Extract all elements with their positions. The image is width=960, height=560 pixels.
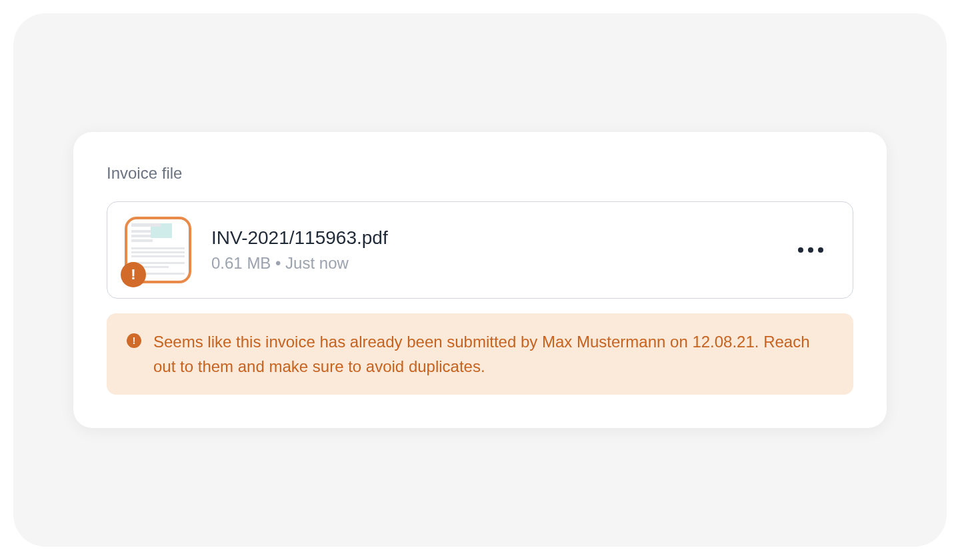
file-row[interactable]: ! INV-2021/115963.pdf 0.61 MB • Just now — [107, 201, 853, 299]
section-label: Invoice file — [107, 164, 853, 183]
more-options-button[interactable] — [791, 241, 830, 259]
file-name: INV-2021/115963.pdf — [211, 227, 771, 249]
alert-icon: ! — [127, 333, 141, 348]
duplicate-warning-alert: ! Seems like this invoice has already be… — [107, 313, 853, 395]
file-info: INV-2021/115963.pdf 0.61 MB • Just now — [211, 227, 771, 273]
invoice-file-card: Invoice file ! INV-2021/115963.pdf 0.61 … — [73, 132, 887, 428]
file-thumbnail: ! — [125, 217, 191, 283]
file-meta: 0.61 MB • Just now — [211, 254, 771, 273]
warning-badge-icon: ! — [121, 262, 146, 287]
dots-icon — [798, 247, 803, 253]
alert-message: Seems like this invoice has already been… — [153, 329, 833, 379]
outer-frame: Invoice file ! INV-2021/115963.pdf 0.61 … — [13, 13, 947, 547]
